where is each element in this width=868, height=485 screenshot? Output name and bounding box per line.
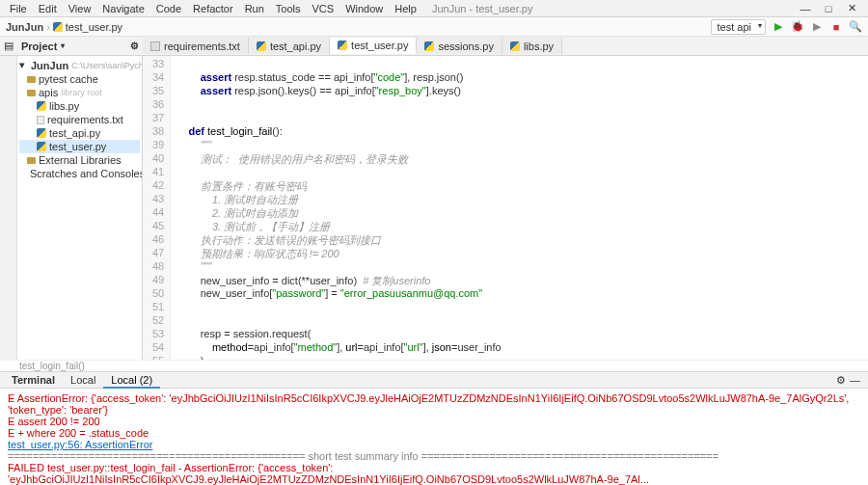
menu-edit[interactable]: Edit [33, 1, 63, 16]
file-tab[interactable]: test_api.py [249, 38, 330, 54]
tree-item[interactable]: test_api.py [19, 126, 140, 140]
menu-view[interactable]: View [63, 1, 97, 16]
gear-icon[interactable]: ⚙ [130, 40, 139, 51]
file-tab-label: libs.py [524, 40, 554, 52]
terminal-settings-icon[interactable]: ⚙ [836, 374, 846, 387]
tree-item[interactable]: External Libraries [19, 153, 140, 167]
menu-navigate[interactable]: Navigate [96, 1, 149, 16]
txt-icon [150, 41, 160, 51]
breadcrumb-project[interactable]: JunJun [6, 21, 43, 33]
terminal-tool-label[interactable]: Terminal [4, 373, 63, 387]
terminal-line: E AssertionError: {'access_token': 'eyJh… [8, 392, 860, 416]
menu-run[interactable]: Run [239, 1, 270, 16]
project-tool-toggle[interactable]: ▤ [0, 40, 17, 52]
tree-item[interactable]: test_user.py [19, 140, 140, 153]
py-icon [338, 40, 347, 50]
py-icon [37, 101, 46, 111]
tree-item[interactable]: libs.py [19, 99, 140, 113]
run-config-selector[interactable]: test api ▾ [711, 19, 766, 35]
editor-breadcrumb[interactable]: test_login_fail() [0, 360, 868, 371]
debug-button-icon[interactable]: 🐞 [791, 20, 804, 34]
menu-vcs[interactable]: VCS [307, 1, 340, 16]
folder-icon [27, 76, 36, 83]
tree-item[interactable]: requirements.txt [19, 113, 140, 126]
py-icon [37, 142, 46, 151]
tree-item[interactable]: apis library root [19, 86, 140, 99]
file-tab-label: test_user.py [351, 40, 408, 51]
terminal-output[interactable]: E AssertionError: {'access_token': 'eyJh… [0, 389, 868, 485]
terminal-line: E + where 200 = .status_code [8, 427, 860, 439]
close-icon[interactable]: ✕ [845, 2, 858, 15]
maximize-icon[interactable]: □ [822, 2, 835, 15]
project-panel-header[interactable]: Project ▾ ⚙ [17, 40, 143, 52]
terminal-line: FAILED test_user.py::test_login_fail - A… [8, 462, 860, 485]
tree-item[interactable]: Scratches and Consoles [19, 167, 140, 180]
menu-refactor[interactable]: Refactor [187, 1, 239, 16]
tree-item-label: test_api.py [49, 127, 100, 139]
tree-item-label: test_user.py [49, 141, 106, 152]
tree-item-label: apis [39, 87, 58, 98]
code-body[interactable]: assert resp.status_code == api_info["cod… [171, 56, 868, 360]
py-icon [424, 41, 434, 51]
menu-window[interactable]: Window [339, 1, 389, 16]
terminal-session-tab[interactable]: Local [63, 373, 103, 387]
minimize-icon[interactable]: — [799, 2, 812, 15]
navigation-bar: JunJun › test_user.py test api ▾ ▶ 🐞 ▶ ■… [0, 17, 868, 37]
left-gutter [0, 56, 17, 360]
tree-item-label: External Libraries [39, 154, 122, 166]
file-tab[interactable]: sessions.py [417, 38, 502, 54]
terminal-tabs: Terminal LocalLocal (2) ⚙ — [0, 371, 868, 389]
py-icon [510, 41, 520, 51]
file-tab[interactable]: libs.py [502, 38, 562, 54]
terminal-session-tab[interactable]: Local (2) [103, 373, 160, 389]
tree-root[interactable]: ▾JunJun C:\Users\san\PycharmProjects [19, 58, 140, 72]
search-everywhere-icon[interactable]: 🔍 [849, 20, 862, 34]
run-button-icon[interactable]: ▶ [772, 20, 785, 34]
file-tab-label: test_api.py [270, 40, 321, 52]
menu-tools[interactable]: Tools [270, 1, 307, 16]
line-number-gutter: 3334353637383940414243444546474849505152… [143, 56, 171, 360]
terminal-hide-icon[interactable]: — [846, 374, 864, 386]
tool-window-bar: ▤ Project ▾ ⚙ requirements.txttest_api.p… [0, 37, 868, 56]
folder-icon [27, 90, 36, 96]
terminal-line: test_user.py:56: AssertionError [8, 439, 860, 450]
menu-bar: FileEditViewNavigateCodeRefactorRunTools… [0, 0, 868, 17]
terminal-line: E assert 200 != 200 [8, 416, 860, 427]
run-with-coverage-icon[interactable]: ▶ [810, 20, 824, 34]
folder-icon [27, 157, 36, 164]
terminal-line: ========================================… [8, 450, 860, 462]
tree-item[interactable]: pytest cache [19, 72, 140, 86]
py-icon [257, 41, 266, 51]
breadcrumb-file[interactable]: test_user.py [53, 21, 122, 33]
menu-context: JunJun - test_user.py [422, 3, 799, 14]
tree-item-label: libs.py [49, 100, 79, 112]
menu-help[interactable]: Help [389, 1, 422, 16]
tree-item-label: pytest cache [39, 73, 98, 85]
stop-button-icon[interactable]: ■ [829, 20, 843, 34]
py-icon [37, 128, 46, 138]
txt-icon [37, 116, 44, 124]
menu-file[interactable]: File [4, 1, 33, 16]
file-tab-label: sessions.py [438, 40, 493, 52]
file-tab-label: requirements.txt [164, 40, 240, 52]
file-tab[interactable]: requirements.txt [143, 38, 249, 54]
tree-item-label: requirements.txt [47, 114, 123, 125]
tree-item-label: Scratches and Consoles [30, 168, 143, 179]
code-editor[interactable]: 3334353637383940414243444546474849505152… [143, 56, 868, 360]
file-tab[interactable]: test_user.py [330, 38, 417, 54]
project-tree[interactable]: ▾JunJun C:\Users\san\PycharmProjects pyt… [17, 56, 143, 360]
menu-code[interactable]: Code [150, 1, 187, 16]
